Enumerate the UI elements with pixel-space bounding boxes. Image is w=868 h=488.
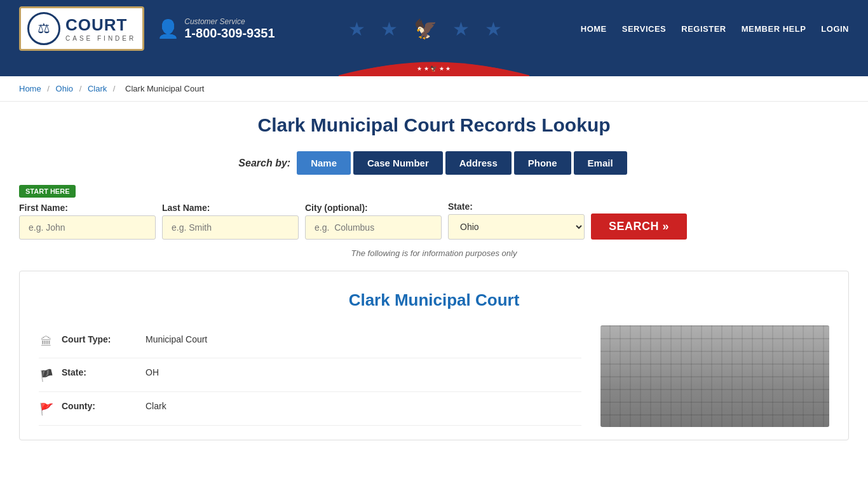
search-fields: First Name: Last Name: City (optional): … (19, 201, 849, 240)
last-name-group: Last Name: (162, 203, 299, 240)
customer-service: 👤 Customer Service 1-800-309-9351 (157, 17, 275, 41)
logo-text: COURT CASE FINDER (65, 15, 136, 42)
breadcrumb: Home / Ohio / Clark / Clark Municipal Co… (0, 76, 868, 102)
breadcrumb-ohio[interactable]: Ohio (56, 84, 73, 93)
logo-emblem: ⚖ (27, 12, 60, 45)
nav-member-help[interactable]: MEMBER HELP (742, 24, 806, 34)
building-graphic (600, 325, 829, 427)
tab-email[interactable]: Email (574, 151, 627, 175)
city-input[interactable] (305, 215, 442, 240)
breadcrumb-home[interactable]: Home (19, 84, 41, 93)
county-value: Clark (146, 401, 166, 411)
court-info-content: 🏛 Court Type: Municipal Court 🏴 State: O… (39, 325, 829, 427)
city-label: City (optional): (305, 203, 442, 213)
tab-phone[interactable]: Phone (514, 151, 571, 175)
cs-phone: 1-800-309-9351 (184, 26, 275, 41)
breadcrumb-sep-1: / (47, 84, 51, 93)
search-by-label: Search by: (238, 158, 290, 169)
court-image (600, 325, 829, 427)
page-title: Clark Municipal Court Records Lookup (19, 114, 849, 136)
main-content: Clark Municipal Court Records Lookup Sea… (0, 102, 868, 453)
court-info-title: Clark Municipal Court (39, 290, 829, 310)
court-type-row: 🏛 Court Type: Municipal Court (39, 325, 581, 358)
court-info-box: Clark Municipal Court 🏛 Court Type: Muni… (19, 271, 849, 440)
logo: ⚖ COURT CASE FINDER (19, 6, 144, 51)
breadcrumb-current: Clark Municipal Court (125, 84, 204, 93)
start-here-badge: START HERE (19, 185, 76, 198)
last-name-input[interactable] (162, 215, 299, 240)
tab-case-number[interactable]: Case Number (353, 151, 443, 175)
state-icon: 🏴 (39, 369, 54, 383)
main-nav: HOME SERVICES REGISTER MEMBER HELP LOGIN (581, 24, 849, 34)
phone-icon: 👤 (157, 18, 179, 39)
county-icon: 🚩 (39, 402, 54, 416)
first-name-label: First Name: (19, 203, 156, 213)
county-row: 🚩 County: Clark (39, 392, 581, 426)
breadcrumb-sep-2: / (79, 84, 84, 93)
header-stars-decoration: ★ ★ 🦅 ★ ★ (275, 18, 581, 40)
first-name-group: First Name: (19, 203, 156, 240)
nav-services[interactable]: SERVICES (622, 24, 667, 34)
state-group: State: Ohio Alabama Alaska Arizona Arkan… (448, 201, 585, 240)
city-group: City (optional): (305, 203, 442, 240)
county-label: County: (62, 401, 138, 411)
court-type-value: Municipal Court (146, 334, 207, 344)
court-type-icon: 🏛 (39, 336, 54, 349)
breadcrumb-clark[interactable]: Clark (88, 84, 107, 93)
search-button[interactable]: SEARCH » (591, 214, 687, 240)
state-select[interactable]: Ohio Alabama Alaska Arizona Arkansas Cal… (448, 214, 585, 240)
tab-name[interactable]: Name (297, 151, 351, 175)
banner-arch: ★ ★ 🦅 ★ ★ (0, 57, 868, 76)
state-label: State: (448, 201, 585, 212)
logo-sub-label: CASE FINDER (65, 35, 136, 42)
search-tabs-row: Search by: Name Case Number Address Phon… (19, 151, 849, 175)
site-header: ⚖ COURT CASE FINDER 👤 Customer Service 1… (0, 0, 868, 57)
search-form-container: START HERE First Name: Last Name: City (… (19, 185, 849, 240)
svg-text:★ ★ 🦅 ★ ★: ★ ★ 🦅 ★ ★ (417, 65, 451, 72)
last-name-label: Last Name: (162, 203, 299, 213)
nav-login[interactable]: LOGIN (821, 24, 849, 34)
court-details: 🏛 Court Type: Municipal Court 🏴 State: O… (39, 325, 581, 427)
breadcrumb-sep-3: / (113, 84, 118, 93)
tab-address[interactable]: Address (445, 151, 512, 175)
info-note: The following is for information purpose… (19, 248, 849, 258)
arch-svg: ★ ★ 🦅 ★ ★ (339, 54, 529, 76)
first-name-input[interactable] (19, 215, 156, 240)
state-row: 🏴 State: OH (39, 358, 581, 392)
nav-home[interactable]: HOME (581, 24, 607, 34)
state-value: OH (146, 367, 159, 377)
state-label-detail: State: (62, 367, 138, 377)
logo-court-label: COURT (65, 15, 136, 35)
court-type-label: Court Type: (62, 334, 138, 344)
cs-label: Customer Service (184, 17, 275, 26)
nav-register[interactable]: REGISTER (681, 24, 726, 34)
